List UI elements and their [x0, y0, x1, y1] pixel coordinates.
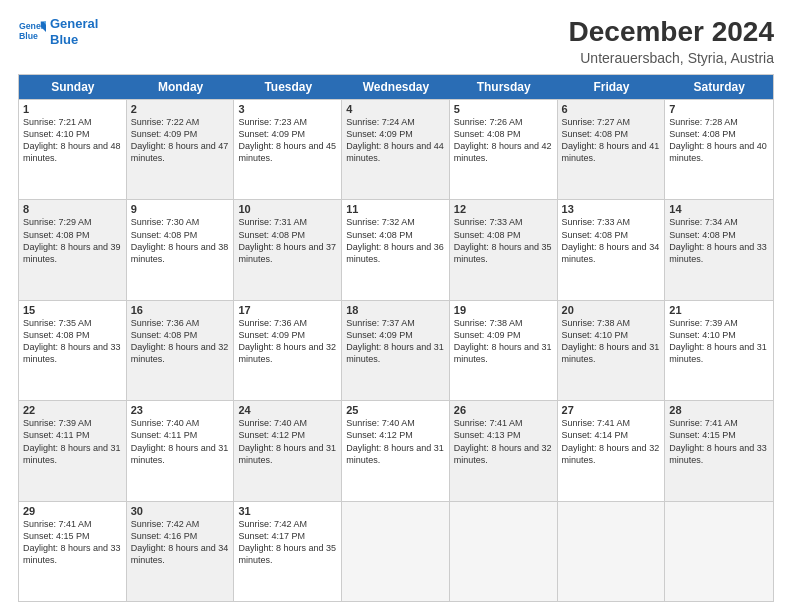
col-wednesday: Wednesday	[342, 75, 450, 99]
logo: General Blue General Blue	[18, 16, 98, 47]
title-block: December 2024 Unterauersbach, Styria, Au…	[569, 16, 774, 66]
subtitle: Unterauersbach, Styria, Austria	[569, 50, 774, 66]
cell-7: 7 Sunrise: 7:28 AM Sunset: 4:08 PM Dayli…	[665, 100, 773, 199]
week-3: 15 Sunrise: 7:35 AMSunset: 4:08 PMDaylig…	[19, 300, 773, 400]
col-sunday: Sunday	[19, 75, 127, 99]
cell-25: 25 Sunrise: 7:40 AMSunset: 4:12 PMDaylig…	[342, 401, 450, 500]
cell-28: 28 Sunrise: 7:41 AMSunset: 4:15 PMDaylig…	[665, 401, 773, 500]
cell-2: 2 Sunrise: 7:22 AM Sunset: 4:09 PM Dayli…	[127, 100, 235, 199]
col-tuesday: Tuesday	[234, 75, 342, 99]
page: General Blue General Blue December 2024 …	[0, 0, 792, 612]
day-num-1: 1	[23, 103, 122, 115]
cell-27: 27 Sunrise: 7:41 AMSunset: 4:14 PMDaylig…	[558, 401, 666, 500]
cell-31: 31 Sunrise: 7:42 AMSunset: 4:17 PMDaylig…	[234, 502, 342, 601]
day-num-7: 7	[669, 103, 769, 115]
cell-5: 5 Sunrise: 7:26 AM Sunset: 4:08 PM Dayli…	[450, 100, 558, 199]
cell-12: 12 Sunrise: 7:33 AMSunset: 4:08 PMDaylig…	[450, 200, 558, 299]
cell-16: 16 Sunrise: 7:36 AMSunset: 4:08 PMDaylig…	[127, 301, 235, 400]
cell-18: 18 Sunrise: 7:37 AMSunset: 4:09 PMDaylig…	[342, 301, 450, 400]
cell-21: 21 Sunrise: 7:39 AMSunset: 4:10 PMDaylig…	[665, 301, 773, 400]
col-friday: Friday	[558, 75, 666, 99]
cell-17: 17 Sunrise: 7:36 AMSunset: 4:09 PMDaylig…	[234, 301, 342, 400]
calendar-header: Sunday Monday Tuesday Wednesday Thursday…	[19, 75, 773, 99]
cell-empty-1	[342, 502, 450, 601]
cell-20: 20 Sunrise: 7:38 AMSunset: 4:10 PMDaylig…	[558, 301, 666, 400]
cell-13: 13 Sunrise: 7:33 AMSunset: 4:08 PMDaylig…	[558, 200, 666, 299]
calendar-body: 1 Sunrise: 7:21 AM Sunset: 4:10 PM Dayli…	[19, 99, 773, 601]
cell-1: 1 Sunrise: 7:21 AM Sunset: 4:10 PM Dayli…	[19, 100, 127, 199]
main-title: December 2024	[569, 16, 774, 48]
set-1: Sunset: 4:10 PM	[23, 129, 90, 139]
day-num-6: 6	[562, 103, 661, 115]
cell-14: 14 Sunrise: 7:34 AMSunset: 4:08 PMDaylig…	[665, 200, 773, 299]
calendar: Sunday Monday Tuesday Wednesday Thursday…	[18, 74, 774, 602]
col-monday: Monday	[127, 75, 235, 99]
rise-1: Sunrise: 7:21 AM	[23, 117, 92, 127]
cell-22: 22 Sunrise: 7:39 AMSunset: 4:11 PMDaylig…	[19, 401, 127, 500]
cell-10: 10 Sunrise: 7:31 AMSunset: 4:08 PMDaylig…	[234, 200, 342, 299]
col-saturday: Saturday	[665, 75, 773, 99]
day-num-3: 3	[238, 103, 337, 115]
svg-text:Blue: Blue	[19, 31, 38, 41]
week-2: 8 Sunrise: 7:29 AMSunset: 4:08 PMDayligh…	[19, 199, 773, 299]
logo-line1: General	[50, 16, 98, 31]
cell-23: 23 Sunrise: 7:40 AMSunset: 4:11 PMDaylig…	[127, 401, 235, 500]
cell-29: 29 Sunrise: 7:41 AMSunset: 4:15 PMDaylig…	[19, 502, 127, 601]
cell-3: 3 Sunrise: 7:23 AM Sunset: 4:09 PM Dayli…	[234, 100, 342, 199]
cell-9: 9 Sunrise: 7:30 AMSunset: 4:08 PMDayligh…	[127, 200, 235, 299]
cell-empty-4	[665, 502, 773, 601]
cell-26: 26 Sunrise: 7:41 AMSunset: 4:13 PMDaylig…	[450, 401, 558, 500]
logo-text: General Blue	[50, 16, 98, 47]
week-4: 22 Sunrise: 7:39 AMSunset: 4:11 PMDaylig…	[19, 400, 773, 500]
cell-text-1: Sunrise: 7:21 AM Sunset: 4:10 PM Dayligh…	[23, 116, 122, 165]
cell-30: 30 Sunrise: 7:42 AMSunset: 4:16 PMDaylig…	[127, 502, 235, 601]
cell-24: 24 Sunrise: 7:40 AMSunset: 4:12 PMDaylig…	[234, 401, 342, 500]
cell-empty-2	[450, 502, 558, 601]
logo-line2: Blue	[50, 32, 78, 47]
cell-19: 19 Sunrise: 7:38 AMSunset: 4:09 PMDaylig…	[450, 301, 558, 400]
week-1: 1 Sunrise: 7:21 AM Sunset: 4:10 PM Dayli…	[19, 99, 773, 199]
week-5: 29 Sunrise: 7:41 AMSunset: 4:15 PMDaylig…	[19, 501, 773, 601]
cell-6: 6 Sunrise: 7:27 AM Sunset: 4:08 PM Dayli…	[558, 100, 666, 199]
day-num-4: 4	[346, 103, 445, 115]
cell-4: 4 Sunrise: 7:24 AM Sunset: 4:09 PM Dayli…	[342, 100, 450, 199]
logo-icon: General Blue	[18, 18, 46, 46]
daylight-1: Daylight: 8 hours and 48 minutes.	[23, 141, 121, 163]
day-num-2: 2	[131, 103, 230, 115]
cell-8: 8 Sunrise: 7:29 AMSunset: 4:08 PMDayligh…	[19, 200, 127, 299]
col-thursday: Thursday	[450, 75, 558, 99]
cell-11: 11 Sunrise: 7:32 AMSunset: 4:08 PMDaylig…	[342, 200, 450, 299]
cell-empty-3	[558, 502, 666, 601]
cell-15: 15 Sunrise: 7:35 AMSunset: 4:08 PMDaylig…	[19, 301, 127, 400]
day-num-5: 5	[454, 103, 553, 115]
header: General Blue General Blue December 2024 …	[18, 16, 774, 66]
